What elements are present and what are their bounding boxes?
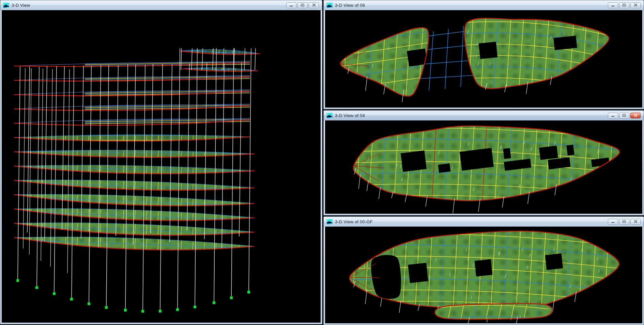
minimize-icon xyxy=(611,220,615,223)
window-3d-view-of-06: 3-D View of 06 xyxy=(323,0,644,109)
minimize-icon xyxy=(611,114,615,117)
restore-icon xyxy=(622,220,626,223)
floor-plan-04-canvas xyxy=(325,120,642,214)
floor-plan-06-canvas xyxy=(325,10,642,108)
window-title: 3-D View of 04 xyxy=(335,113,365,118)
window-controls xyxy=(608,113,641,118)
3d-model-viewport[interactable] xyxy=(2,10,321,323)
close-icon xyxy=(634,3,638,7)
minimize-button[interactable] xyxy=(286,2,296,8)
floor-plan-viewport[interactable] xyxy=(325,10,642,108)
restore-button[interactable] xyxy=(297,2,308,8)
city-skyline-3d-view-icon xyxy=(326,113,333,118)
minimize-button[interactable] xyxy=(608,219,618,225)
window-controls xyxy=(608,2,641,8)
window-titlebar[interactable]: 3-D View of 06 xyxy=(324,0,644,10)
close-icon xyxy=(634,114,638,117)
window-controls xyxy=(286,2,319,8)
window-title: 3-D View of 06 xyxy=(335,3,365,8)
close-button[interactable] xyxy=(630,113,641,118)
floor-plan-viewport[interactable] xyxy=(325,120,642,214)
city-skyline-3d-view-icon xyxy=(326,219,333,224)
restore-button[interactable] xyxy=(619,113,629,118)
window-titlebar[interactable]: 3-D View of 04 xyxy=(324,111,644,120)
restore-button[interactable] xyxy=(619,2,629,8)
restore-icon xyxy=(301,3,305,7)
3d-building-model-canvas xyxy=(2,10,321,323)
minimize-button[interactable] xyxy=(608,2,618,8)
mdi-workspace: 3-D View 3-D View of 06 xyxy=(0,0,644,325)
window-title: 3-D View xyxy=(12,3,30,8)
minimize-button[interactable] xyxy=(608,113,618,118)
city-skyline-3d-view-icon xyxy=(326,3,333,8)
close-button[interactable] xyxy=(309,2,319,8)
floor-plan-viewport[interactable] xyxy=(325,227,642,323)
window-title: 3-D View of 00-GF xyxy=(335,219,373,224)
restore-icon xyxy=(622,114,626,117)
restore-button[interactable] xyxy=(619,219,629,225)
close-icon xyxy=(634,220,638,223)
city-skyline-3d-view-icon xyxy=(3,3,9,8)
close-icon xyxy=(312,3,316,7)
window-titlebar[interactable]: 3-D View of 00-GF xyxy=(324,217,644,227)
close-button[interactable] xyxy=(630,219,641,225)
close-button[interactable] xyxy=(630,2,641,8)
restore-icon xyxy=(622,3,626,7)
window-3d-view-of-04: 3-D View of 04 xyxy=(323,110,644,215)
minimize-icon xyxy=(289,4,293,7)
window-titlebar[interactable]: 3-D View xyxy=(0,0,322,10)
window-3d-view: 3-D View xyxy=(0,0,322,324)
window-controls xyxy=(608,219,641,225)
floor-plan-00-gf-canvas xyxy=(325,227,642,323)
minimize-icon xyxy=(611,4,615,7)
window-3d-view-of-00-gf: 3-D View of 00-GF xyxy=(323,216,644,325)
